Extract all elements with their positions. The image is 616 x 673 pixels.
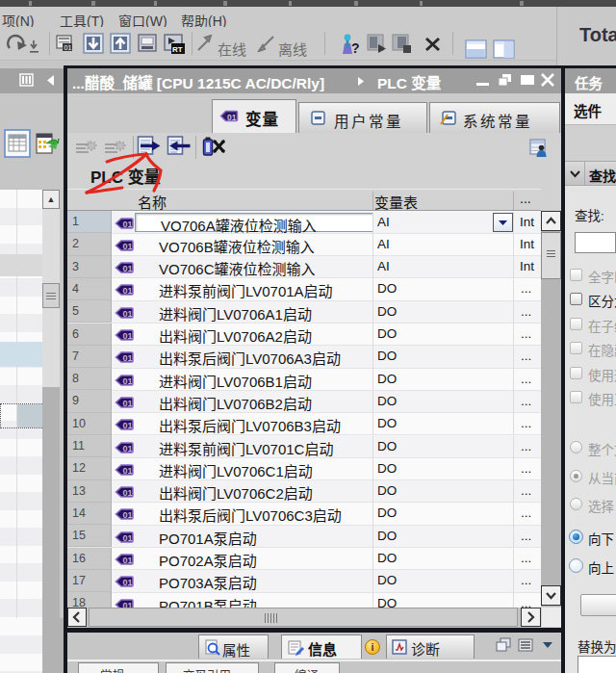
svg-text:01: 01 [123, 488, 133, 498]
svg-text:01: 01 [123, 533, 133, 543]
svg-text:01: 01 [123, 556, 133, 565]
svg-text:01: 01 [123, 578, 133, 587]
svg-text:01: 01 [123, 286, 133, 296]
svg-text:?: ? [351, 40, 360, 56]
svg-text:01: 01 [123, 331, 133, 341]
svg-text:01: 01 [123, 421, 133, 430]
svg-text:01: 01 [227, 113, 237, 122]
svg-text:01: 01 [123, 220, 133, 229]
svg-text:01: 01 [123, 466, 133, 476]
svg-text:01: 01 [64, 44, 72, 51]
svg-text:RT: RT [172, 45, 183, 54]
svg-text:01: 01 [123, 510, 133, 520]
svg-text:01: 01 [123, 601, 133, 608]
svg-text:01: 01 [123, 399, 133, 408]
svg-text:01: 01 [123, 242, 133, 251]
svg-text:01: 01 [123, 264, 133, 273]
svg-text:01: 01 [123, 309, 133, 319]
svg-text:01: 01 [123, 444, 133, 453]
svg-text:01: 01 [123, 353, 133, 363]
svg-text:01: 01 [123, 376, 133, 386]
